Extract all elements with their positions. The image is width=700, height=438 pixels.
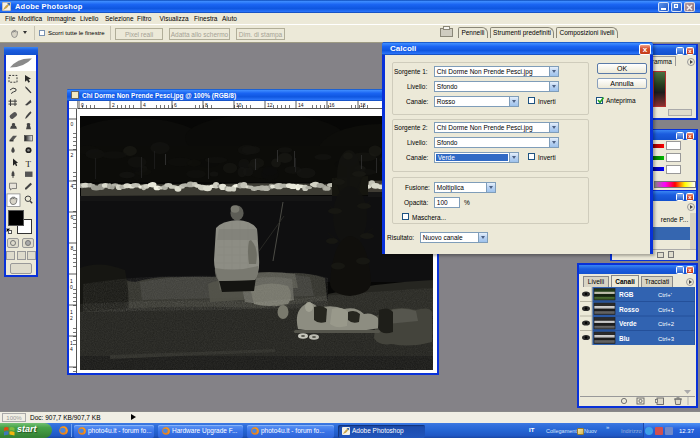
svg-text:16: 16 (329, 102, 335, 108)
svg-text:0: 0 (81, 102, 84, 108)
svg-text:Ctrl+': Ctrl+' (658, 292, 672, 298)
svg-text:12: 12 (267, 102, 273, 108)
svg-text:6: 6 (71, 214, 74, 220)
svg-text:18: 18 (360, 102, 366, 108)
svg-text:0: 0 (70, 284, 73, 290)
svg-text:8: 8 (71, 245, 74, 251)
svg-text:2: 2 (112, 102, 115, 108)
svg-text:T: T (25, 159, 31, 169)
svg-text:Ctrl+2: Ctrl+2 (658, 321, 675, 327)
svg-text:Ctrl+1: Ctrl+1 (658, 307, 675, 313)
svg-text:4: 4 (71, 183, 74, 189)
svg-text:14: 14 (298, 102, 304, 108)
svg-text:4: 4 (143, 102, 146, 108)
svg-text:2: 2 (70, 315, 73, 321)
svg-text:Verde: Verde (619, 320, 637, 327)
svg-text:Rosso: Rosso (619, 306, 639, 313)
svg-text:6: 6 (174, 102, 177, 108)
svg-text:0: 0 (71, 121, 74, 127)
svg-text:Ctrl+3: Ctrl+3 (658, 336, 675, 342)
svg-text:Blu: Blu (619, 335, 630, 342)
svg-text:RGB: RGB (619, 291, 634, 298)
svg-text:4: 4 (70, 346, 73, 352)
svg-text:10: 10 (236, 102, 242, 108)
svg-text:8: 8 (205, 102, 208, 108)
svg-text:2: 2 (71, 152, 74, 158)
